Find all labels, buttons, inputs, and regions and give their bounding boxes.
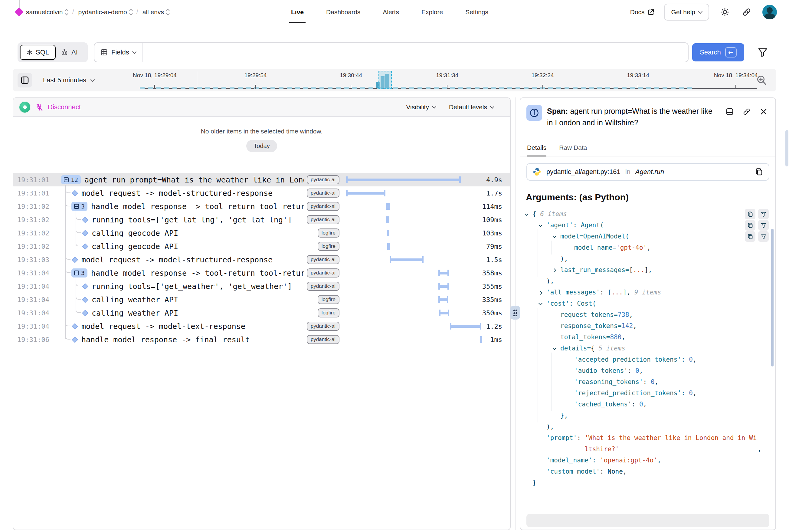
breadcrumb-separator: / [136,8,138,16]
filter-by-value-button[interactable] [758,220,769,231]
timeline-tick-mark [154,85,155,89]
theme-toggle-button[interactable] [719,6,731,18]
collapse-chevron-icon[interactable] [553,347,556,349]
collapse-chevron-icon[interactable] [553,235,556,238]
breadcrumb-item-pydantic-ai-demo[interactable]: pydantic-ai-demo [78,8,132,16]
span-label: calling weather API [92,309,315,318]
today-badge[interactable]: Today [246,140,277,152]
search-button[interactable]: Search [692,43,744,61]
tree-connector [65,266,71,273]
timeline-zoom-button[interactable] [756,74,768,87]
trace-row[interactable]: 19:31:02calling geocode APIlogfire103ms [13,226,510,240]
source-location-card[interactable]: pydantic_ai/agent.py:161 in Agent.run [526,163,769,180]
sql-mode-button[interactable]: SQL [20,45,56,60]
row-tree: 3handle model response -> tool-return to… [61,200,340,213]
tab-raw-data[interactable]: Raw Data [559,144,587,156]
code-line: total_tokens=880, [524,332,775,343]
code-token: : [577,433,584,444]
timeline-tick-mark [735,85,736,89]
share-link-button[interactable] [740,6,753,18]
collapse-badge[interactable]: 3 [71,202,88,211]
timeline-tick-label: Nov 18, 19:34:04 [714,72,758,79]
trace-row[interactable]: 19:31:0112agent run prompt=What is the w… [13,173,510,186]
trace-row[interactable]: 19:31:02calling geocode APIlogfire79ms [13,240,510,253]
tree-connector [76,213,81,220]
span-duration: 1.7s [482,189,502,197]
tree-connector [65,186,71,193]
breadcrumb-item-all envs[interactable]: all envs [142,8,169,16]
trace-row[interactable]: 19:31:04running tools=['get_weather', 'g… [13,280,510,293]
menu-item-alerts[interactable]: Alerts [383,0,399,24]
expand-chevron-icon[interactable] [553,268,556,272]
copy-value-button[interactable] [745,209,755,220]
timeline-selection[interactable] [379,71,392,89]
collapse-chevron-icon[interactable] [539,224,542,226]
trace-row[interactable]: 19:31:02running tools=['get_lat_lng', 'g… [13,213,510,226]
search-input[interactable] [142,42,689,62]
close-panel-button[interactable] [759,107,768,116]
wrapped-comma: , [619,444,775,455]
get-help-button[interactable]: Get help [664,4,709,21]
timeline-tick-label: 19:31:34 [436,72,458,79]
trace-row[interactable]: 19:31:01model request -> model-structure… [13,186,510,200]
span-duration: 1.2s [482,323,502,330]
logfire-logo[interactable] [13,0,26,24]
row-tree: calling geocode APIlogfire [61,240,340,253]
tree-connector [65,253,71,260]
copy-value-button[interactable] [745,231,755,242]
filter-by-value-button[interactable] [758,209,769,220]
docs-link[interactable]: Docs [630,8,654,16]
filter-button[interactable] [757,46,768,58]
collapse-chevron-icon[interactable] [539,302,542,305]
trace-row[interactable]: 19:31:04calling weather APIlogfire335ms [13,293,510,306]
collapse-badge[interactable]: 3 [71,268,88,278]
sparkle-icon [26,49,33,55]
breadcrumb-label: all envs [142,8,164,16]
breadcrumb: samuelcolvin/pydantic-ai-demo/all envs [26,8,169,16]
duration-bar [450,323,481,329]
default-levels-dropdown[interactable]: Default levels [449,103,494,111]
code-line: response_tokens=142, [524,321,775,332]
splitter-drag-handle[interactable] [511,306,520,320]
disconnect-button[interactable]: Disconnect [36,103,81,111]
trace-row[interactable]: 19:31:04calling weather APIlogfire350ms [13,306,510,320]
code-token: : [628,365,635,377]
trace-row[interactable]: 19:31:023handle model response -> tool-r… [13,200,510,213]
code-token: Agent( [581,220,604,231]
collapse-badge[interactable]: 12 [61,175,81,184]
visibility-dropdown[interactable]: Visibility [406,103,435,111]
menu-item-explore[interactable]: Explore [421,0,443,24]
page-scrollbar-thumb[interactable] [785,130,788,167]
copy-link-button[interactable] [742,107,751,116]
menu-item-settings[interactable]: Settings [465,0,488,24]
sql-label: SQL [36,49,49,56]
nav-right-cluster: Docs Get help [630,0,777,24]
collapse-chevron-icon[interactable] [525,212,528,215]
trace-row[interactable]: 19:31:04model request -> model-text-resp… [13,320,510,333]
expand-chevron-icon[interactable] [539,291,542,294]
fields-button[interactable]: Fields [94,42,142,62]
tree-connector [76,280,81,286]
trace-list: No older items in the selected time wind… [13,117,510,530]
menu-item-live[interactable]: Live [291,0,304,24]
trace-row[interactable]: 19:31:06handle model response -> final r… [13,333,510,346]
dock-panel-button[interactable] [725,107,734,116]
copy-icon[interactable] [755,168,763,176]
breadcrumb-item-samuelcolvin[interactable]: samuelcolvin [26,8,68,16]
menu-item-dashboards[interactable]: Dashboards [326,0,360,24]
span-duration: 79ms [482,243,502,250]
code-token: , [657,455,661,466]
ai-mode-button[interactable]: AI [56,49,82,56]
code-token: , [629,309,633,321]
copy-value-button[interactable] [745,220,755,231]
timeline-bar: Last 5 minutes Nov 18, 19:29:0419:29:541… [13,69,776,91]
user-avatar[interactable] [763,5,777,19]
tab-details[interactable]: Details [527,144,546,156]
filter-by-value-button[interactable] [758,231,769,242]
trace-row[interactable]: 19:31:03model request -> model-structure… [13,253,510,266]
sidebar-toggle-button[interactable] [18,73,32,88]
time-range-selector[interactable]: Last 5 minutes [43,69,94,91]
detail-scrollbar-thumb[interactable] [771,229,774,366]
code-token: : [592,455,600,466]
trace-row[interactable]: 19:31:043handle model response -> tool-r… [13,266,510,280]
